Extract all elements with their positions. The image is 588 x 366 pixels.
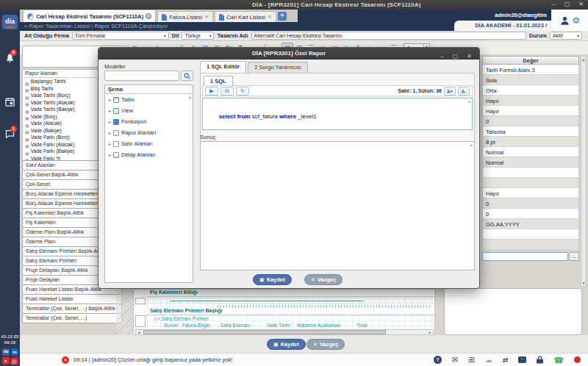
record-icon[interactable]	[574, 356, 581, 363]
run-query-button[interactable]: ▶	[205, 87, 218, 96]
expand-icon[interactable]: ▸	[109, 130, 111, 135]
phone-icon[interactable]: ☎	[553, 356, 564, 365]
property-value-cell[interactable]: Tahoma	[483, 126, 578, 137]
tab-cari-hesap-ekstresi[interactable]: Cari Hesap Ekstresi Tasarımı (SCF1110A) …	[23, 10, 156, 22]
horizontal-scrollbar[interactable]: ◂ ▸	[135, 329, 434, 335]
expand-icon[interactable]: ▸	[109, 108, 111, 113]
row-handle[interactable]	[135, 315, 146, 327]
export-button[interactable]: ⊟	[220, 87, 234, 96]
column-header[interactable]: Durum	[164, 323, 179, 328]
dialog-titlebar[interactable]: DİA [RPR3301] Özel Rapor – ▢ ✕	[98, 48, 479, 60]
property-value-cell[interactable]: Tarih Formül Alanı 3	[483, 65, 578, 75]
tree-item[interactable]: ▸ Tablo	[105, 94, 193, 105]
minimize-icon[interactable]: –	[552, 1, 555, 7]
cloud-icon[interactable]: ☁	[485, 356, 492, 365]
column-header[interactable]: Vade Tarihi	[267, 323, 290, 328]
expand-icon[interactable]: ▸	[109, 141, 111, 146]
scroll-up-icon[interactable]: ▲	[581, 57, 586, 62]
tab-sorgu-yardimcisi[interactable]: 2 Sorgu Yardımcısı	[248, 62, 308, 73]
search-button[interactable]	[181, 71, 193, 81]
sidebar-section[interactable]: Teminatlar (Çek, Senet, ...)	[22, 313, 122, 323]
tab-sql-editor[interactable]: 1 SQL Editör	[200, 61, 246, 73]
font-decrease-button[interactable]: A-	[458, 87, 470, 96]
column-header[interactable]: Satış Elemanı	[220, 323, 250, 328]
property-value-cell[interactable]: Hayır	[483, 106, 578, 116]
tree-item[interactable]: ▸ Detay Alanları	[105, 149, 193, 160]
expand-icon[interactable]: ▸	[109, 119, 111, 124]
scroll-up-icon[interactable]: ▲	[467, 99, 471, 104]
scroll-up-icon[interactable]: ▲	[188, 95, 192, 99]
logged-in-user[interactable]: admin20@diaegitim	[495, 12, 547, 18]
expand-icon[interactable]: ▸	[109, 152, 111, 157]
column-header[interactable]: Fatura Bilgisi	[182, 323, 210, 328]
mail-icon[interactable]: ✉	[452, 356, 458, 365]
save-button[interactable]: ▣ Kaydet	[267, 339, 306, 350]
dia-logo[interactable]: dia	[2, 15, 18, 29]
minimize-icon[interactable]: –	[440, 51, 443, 62]
row-handle[interactable]	[135, 298, 146, 304]
user-card[interactable]: ⚙	[551, 10, 588, 31]
youtube-icon[interactable]: ▸	[2, 357, 10, 365]
property-value-cell[interactable]: Hayır	[483, 96, 578, 106]
detail-row-label[interactable]: >> Satış Elemanı Primleri	[154, 316, 209, 321]
firma-select[interactable]: Tüm Firmalar▾	[72, 32, 169, 40]
property-value-input[interactable]	[482, 252, 568, 261]
report-design-canvas[interactable]: Fiş Kalemleri Altlığı Satış Elemanı Prim…	[133, 289, 435, 335]
sql-code-editor[interactable]: select from scf_fatura where _level1 ▲	[202, 98, 473, 130]
gear-icon[interactable]: ⚙	[573, 15, 581, 26]
tree-item[interactable]: ▸ View	[105, 105, 193, 116]
property-value-cell[interactable]: 0	[483, 209, 578, 219]
property-value-cell[interactable]: 8 pt	[483, 137, 578, 147]
help-icon[interactable]: ?	[434, 356, 442, 364]
vertical-scrollbar[interactable]: ▲ ▼	[581, 56, 587, 287]
cancel-button[interactable]: ✕ Vazgeç	[306, 339, 345, 350]
transfer-icon[interactable]: ⇄	[503, 356, 509, 365]
support-chat-icon[interactable]: ⋯	[518, 356, 526, 363]
tab-fatura-listesi[interactable]: Fatura Listesi ✕	[157, 11, 213, 22]
scroll-down-icon[interactable]: ▼	[581, 281, 586, 285]
column-header[interactable]: Tutar	[356, 323, 368, 328]
property-value-cell[interactable]: Normal	[483, 147, 578, 157]
sidebar-section[interactable]: Puan Hareket Listesi	[22, 294, 122, 304]
property-value-cell[interactable]: 0	[483, 116, 578, 126]
linkedin-icon[interactable]: in	[11, 348, 18, 356]
property-value-cell[interactable]	[483, 229, 578, 240]
font-increase-button[interactable]: A+	[444, 87, 456, 96]
calendar-icon[interactable]	[4, 96, 16, 110]
property-value-cell[interactable]	[483, 178, 578, 188]
lock-icon[interactable]	[537, 354, 543, 366]
scroll-right-icon[interactable]: ▸	[427, 330, 433, 334]
tasarim-adi-input[interactable]: Alternatif Cari Hesap Ekstresi Tasarımı	[251, 32, 526, 40]
property-value-cell[interactable]: Normal	[483, 157, 578, 168]
dialog-cancel-button[interactable]: ✕ Vazgeç	[304, 274, 343, 285]
dia-mini-icon[interactable]: dia	[2, 348, 10, 356]
tab-cari-kart-listesi[interactable]: Cari Kart Listesi ✕	[215, 11, 276, 22]
tree-item[interactable]: ▸ Rapor Alanları	[105, 127, 193, 138]
query-result-area[interactable]: ▲	[200, 141, 475, 270]
tab-close-icon[interactable]: ✕	[146, 13, 151, 19]
model-search-input[interactable]	[104, 71, 179, 81]
tab-close-icon[interactable]: ✕	[204, 14, 209, 20]
maximize-icon[interactable]: ▢	[453, 51, 459, 62]
scrollbar-thumb[interactable]	[143, 330, 386, 334]
calculator-icon[interactable]: ⊞	[468, 356, 474, 365]
close-icon[interactable]: ✕	[578, 1, 584, 7]
close-icon[interactable]: ✕	[467, 51, 472, 62]
durum-select[interactable]: Aktif▾	[550, 32, 582, 40]
scroll-up-icon[interactable]: ▲	[470, 143, 473, 147]
tab-close-icon[interactable]: ✕	[268, 14, 272, 20]
refresh-button[interactable]: ↻	[236, 87, 249, 96]
tree-item[interactable]: ▸ Fonksiyon	[105, 116, 193, 127]
dialog-save-button[interactable]: ▣ Kaydet	[253, 274, 292, 285]
property-value-cell[interactable]: Orta	[483, 85, 578, 96]
maximize-icon[interactable]: ▢	[564, 1, 570, 7]
sidebar-section[interactable]: Teminatlar (Çek, Senet, ...) Başlık-Altl…	[22, 304, 122, 314]
instagram-icon[interactable]: ◎	[11, 357, 18, 365]
tab-sql[interactable]: 1 SQL	[204, 76, 233, 86]
property-value-cell[interactable]	[483, 168, 578, 178]
expand-icon[interactable]: ▸	[109, 97, 111, 102]
property-value-cell[interactable]: Hayır	[483, 188, 578, 198]
add-tab-button[interactable]: +	[278, 12, 287, 21]
band-satis-elemani-primleri-basligi[interactable]: Satış Elemanı Primleri Başlığı	[147, 308, 434, 315]
property-value-cell[interactable]	[483, 240, 578, 250]
